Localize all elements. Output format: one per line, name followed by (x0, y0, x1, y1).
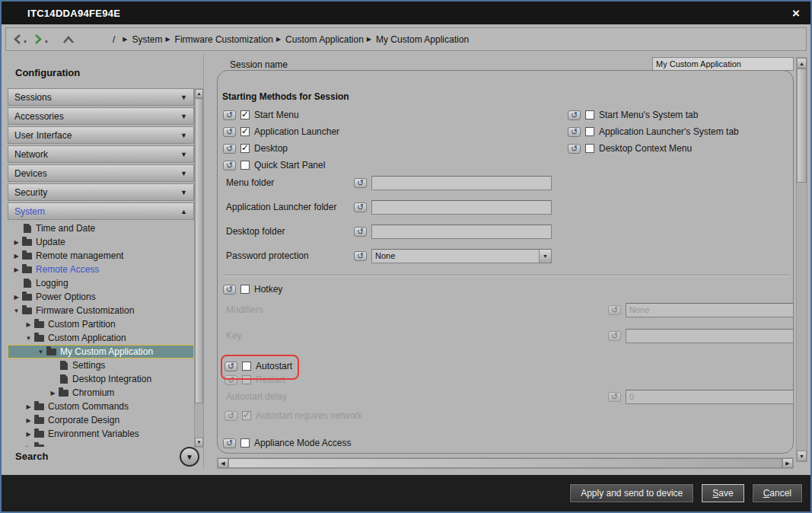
desktop-context-menu-checkbox[interactable] (585, 144, 594, 153)
breadcrumb-item-system[interactable]: System (132, 34, 162, 45)
expand-icon[interactable]: ▶ (11, 253, 22, 260)
start-menu-s-system-tab-checkbox[interactable] (585, 110, 594, 119)
expand-icon[interactable]: ▶ (23, 321, 34, 328)
horizontal-scrollbar-track[interactable] (228, 458, 782, 468)
scroll-right-icon[interactable]: ▶ (782, 458, 793, 468)
revert-icon[interactable]: ↺ (223, 161, 236, 170)
search-expand-button[interactable]: ▼ (180, 447, 199, 467)
revert-icon[interactable]: ↺ (568, 110, 581, 120)
revert-icon[interactable]: ↺ (223, 438, 236, 448)
revert-icon[interactable]: ↺ (568, 144, 581, 154)
horizontal-scrollbar[interactable]: ◀ ▶ (217, 457, 794, 469)
tree-item-custom-application[interactable]: ▼Custom Application (8, 331, 194, 345)
application-launcher-checkbox[interactable] (240, 127, 250, 136)
vertical-scrollbar-track[interactable] (797, 69, 807, 451)
history-dropdown-icon[interactable]: ▼ (44, 39, 49, 45)
save-button[interactable]: Save (701, 483, 744, 503)
vertical-scrollbar-thumb[interactable] (797, 69, 807, 183)
desktop-folder-input[interactable] (371, 225, 552, 239)
key-input[interactable] (626, 329, 794, 343)
tree-item-remote-management[interactable]: ▶Remote management (8, 249, 194, 263)
revert-icon[interactable]: ↺ (223, 110, 236, 120)
breadcrumb-item-custom-application[interactable]: Custom Application (285, 34, 364, 45)
tree-item-environment-variables[interactable]: ▶Environment Variables (8, 427, 194, 441)
hotkey-checkbox[interactable] (240, 285, 250, 294)
tree-item-corporate-design[interactable]: ▶Corporate Design (8, 413, 194, 427)
tree-item-custom-partition[interactable]: ▶Custom Partition (8, 317, 194, 331)
desktop-checkbox[interactable] (240, 144, 250, 153)
expand-icon[interactable]: ▶ (47, 390, 59, 397)
scroll-up-icon[interactable]: ▲ (195, 89, 203, 98)
revert-icon[interactable]: ↺ (224, 411, 237, 421)
scroll-left-icon[interactable]: ◀ (218, 458, 228, 468)
expand-icon[interactable]: ▶ (23, 403, 34, 410)
revert-icon[interactable]: ↺ (608, 392, 621, 402)
start-menu-checkbox[interactable] (240, 110, 250, 119)
tree-item-settings[interactable]: Settings (8, 358, 194, 372)
revert-icon[interactable]: ↺ (608, 305, 621, 315)
expand-icon[interactable]: ▶ (23, 431, 34, 438)
sidebar-section-system[interactable]: System▲ (8, 202, 194, 220)
close-icon[interactable]: × (792, 7, 800, 20)
autostart-delay-input[interactable]: 0 (626, 390, 794, 404)
chevron-down-icon[interactable]: ▼ (539, 250, 551, 263)
revert-icon[interactable]: ↺ (354, 178, 367, 188)
sidebar-section-security[interactable]: Security▼ (8, 183, 194, 201)
up-button[interactable] (62, 35, 75, 44)
history-dropdown-icon[interactable]: ▼ (23, 39, 27, 45)
revert-icon[interactable]: ↺ (608, 331, 621, 341)
expand-icon[interactable]: ▶ (11, 239, 22, 246)
horizontal-scrollbar-thumb[interactable] (228, 458, 782, 468)
tree-item-logging[interactable]: Logging (8, 276, 194, 290)
tree-item-chromium[interactable]: ▶Chromium (8, 386, 194, 400)
modifiers-input[interactable]: None (626, 303, 794, 317)
revert-icon[interactable]: ↺ (568, 127, 581, 137)
tree-item-desktop-integration[interactable]: Desktop Integration (8, 372, 194, 386)
session-name-input[interactable]: My Custom Application (652, 57, 794, 71)
expand-icon[interactable]: ▶ (11, 266, 22, 273)
forward-button[interactable]: ▼ (33, 33, 49, 45)
sidebar-scrollbar-thumb[interactable] (195, 98, 203, 403)
cancel-button[interactable]: Cancel (752, 483, 803, 503)
revert-icon[interactable]: ↺ (223, 127, 236, 137)
tree-item-my-custom-application[interactable]: ▼My Custom Application (8, 345, 194, 358)
revert-icon[interactable]: ↺ (354, 251, 367, 261)
tree-item-power-options[interactable]: ▶Power Options (8, 290, 194, 304)
back-button[interactable]: ▼ (12, 33, 27, 45)
revert-icon[interactable]: ↺ (354, 202, 367, 212)
sidebar-section-sessions[interactable]: Sessions▼ (8, 88, 194, 106)
breadcrumb-root[interactable]: / (113, 34, 115, 45)
application-launcher-s-system-tab-checkbox[interactable] (585, 127, 594, 136)
vertical-scrollbar[interactable]: ▲ ▼ (796, 57, 807, 462)
quick-start-panel-checkbox[interactable] (240, 161, 250, 170)
sidebar-scrollbar[interactable]: ▲ ▼ (194, 88, 204, 448)
collapse-icon[interactable]: ▼ (35, 349, 46, 355)
collapse-icon[interactable]: ▼ (11, 307, 22, 314)
password-protection-select[interactable]: None▼ (371, 249, 552, 263)
breadcrumb-item-my-custom-application[interactable]: My Custom Application (376, 34, 469, 45)
revert-icon[interactable]: ↺ (223, 285, 236, 295)
revert-icon[interactable]: ↺ (223, 144, 236, 154)
tree-item-remote-access[interactable]: ▶Remote Access (8, 263, 194, 276)
appliance-mode-access-checkbox[interactable] (240, 438, 250, 448)
sidebar-section-user-interface[interactable]: User Interface▼ (8, 126, 194, 144)
autostart-requires-network-checkbox[interactable] (242, 411, 251, 420)
scroll-down-icon[interactable]: ▼ (797, 451, 807, 461)
tree-item-firmware-customization[interactable]: ▼Firmware Customization (8, 304, 194, 317)
sidebar-section-network[interactable]: Network▼ (8, 145, 194, 163)
tree-item-time-and-date[interactable]: Time and Date (8, 221, 194, 235)
sidebar-scrollbar-track[interactable] (195, 98, 203, 438)
menu-folder-input[interactable] (371, 176, 552, 190)
revert-icon[interactable]: ↺ (354, 227, 367, 237)
collapse-icon[interactable]: ▼ (23, 335, 34, 342)
scroll-up-icon[interactable]: ▲ (797, 58, 807, 69)
sidebar-section-accessories[interactable]: Accessories▼ (8, 107, 194, 125)
application-launcher-folder-input[interactable] (371, 200, 552, 215)
sidebar-section-devices[interactable]: Devices▼ (8, 164, 194, 182)
apply-and-send-to-device-button[interactable]: Apply and send to device (569, 483, 694, 503)
expand-icon[interactable]: ▶ (11, 294, 22, 301)
tree-item-custom-commands[interactable]: ▶Custom Commands (8, 400, 194, 413)
expand-icon[interactable]: ▶ (23, 417, 34, 424)
breadcrumb-item-firmware-customization[interactable]: Firmware Customization (175, 34, 273, 45)
tree-item-update[interactable]: ▶Update (8, 235, 194, 249)
